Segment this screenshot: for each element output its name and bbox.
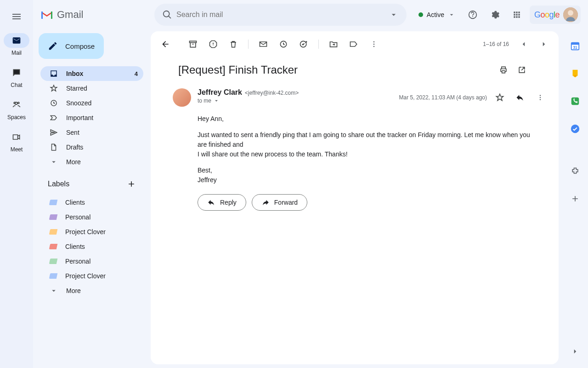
reply-button[interactable]: Reply — [198, 194, 246, 211]
keep-app-button[interactable] — [566, 64, 584, 83]
nav-item-snoozed[interactable]: Snoozed — [40, 96, 143, 110]
pagination-text: 1–16 of 16 — [483, 41, 509, 47]
label-item[interactable]: Personal — [40, 254, 143, 269]
help-icon — [468, 10, 478, 20]
chevron-left-icon — [520, 40, 528, 48]
send-icon — [50, 128, 58, 137]
more-actions-button[interactable] — [365, 35, 383, 53]
label-text: Project Clover — [65, 228, 106, 236]
search-input[interactable] — [176, 11, 384, 19]
file-icon — [50, 143, 58, 151]
clock-icon — [279, 40, 288, 49]
gmail-logo[interactable]: Gmail — [40, 9, 147, 21]
addons-button[interactable] — [566, 162, 584, 180]
rail-item-mail[interactable]: Mail — [0, 29, 33, 60]
status-label: Active — [427, 11, 444, 18]
account-chip[interactable]: Google — [530, 6, 581, 24]
labels-button[interactable] — [345, 35, 363, 53]
rail-item-meet[interactable]: Meet — [0, 126, 33, 156]
label-text: Personal — [65, 258, 90, 265]
more-vert-icon — [536, 93, 544, 102]
search-options-icon[interactable] — [384, 10, 403, 19]
svg-point-8 — [373, 46, 375, 47]
rail-item-spaces[interactable]: Spaces — [0, 94, 33, 124]
message-more-button[interactable] — [533, 90, 548, 105]
search-icon[interactable] — [158, 10, 176, 20]
nav-label: Snoozed — [66, 99, 91, 107]
label-item[interactable]: Clients — [40, 239, 143, 254]
support-button[interactable] — [464, 6, 482, 24]
print-button[interactable] — [494, 61, 513, 79]
svg-point-9 — [540, 95, 541, 96]
forward-button[interactable]: Forward — [252, 194, 307, 211]
svg-rect-15 — [574, 75, 576, 77]
star-icon — [50, 84, 58, 92]
chevron-right-icon — [571, 347, 579, 356]
apps-button[interactable] — [508, 6, 526, 24]
nav-item-starred[interactable]: Starred — [40, 81, 143, 96]
add-label-button[interactable] — [124, 177, 139, 191]
message-toolbar: 1–16 of 16 — [151, 31, 559, 57]
get-addons-button[interactable] — [566, 190, 584, 208]
label-icon — [349, 40, 358, 49]
gear-icon — [490, 10, 500, 20]
settings-button[interactable] — [486, 6, 504, 24]
next-page-button[interactable] — [535, 35, 553, 53]
archive-button[interactable] — [184, 35, 202, 53]
status-dot-icon — [418, 12, 423, 17]
contacts-app-button[interactable] — [566, 92, 584, 110]
labels-more[interactable]: More — [40, 283, 143, 298]
rail-label-chat: Chat — [11, 82, 22, 88]
add-task-button[interactable] — [294, 35, 313, 53]
nav-item-drafts[interactable]: Drafts — [40, 140, 143, 155]
nav-item-sent[interactable]: Sent — [40, 125, 143, 140]
calendar-app-button[interactable]: 31 — [566, 37, 584, 55]
nav-item-inbox[interactable]: Inbox 4 — [40, 66, 143, 81]
mark-unread-button[interactable] — [254, 35, 272, 53]
nav-item-important[interactable]: Important — [40, 110, 143, 125]
label-item[interactable]: Project Clover — [40, 224, 143, 239]
svg-text:31: 31 — [573, 46, 577, 50]
compose-button[interactable]: Compose — [39, 33, 104, 59]
reply-icon-button[interactable] — [513, 90, 527, 105]
add-task-icon — [299, 40, 308, 49]
clock-icon — [50, 99, 58, 107]
label-item[interactable]: Project Clover — [40, 269, 143, 283]
sidebar: Compose Inbox 4 Starred Snoozed Im — [33, 29, 151, 368]
back-button[interactable] — [156, 35, 175, 53]
recipient-dropdown[interactable]: to me — [198, 98, 393, 104]
header: Gmail Active Google — [33, 0, 588, 29]
spaces-icon — [12, 100, 21, 109]
prev-page-button[interactable] — [514, 35, 533, 53]
spam-button[interactable] — [204, 35, 222, 53]
rail-item-chat[interactable]: Chat — [0, 62, 33, 92]
expand-panel-button[interactable] — [566, 342, 584, 361]
print-icon — [499, 65, 508, 75]
trash-icon — [229, 40, 238, 49]
delete-button[interactable] — [224, 35, 243, 53]
rail-label-spaces: Spaces — [7, 114, 26, 121]
open-new-window-button[interactable] — [513, 61, 531, 79]
label-text: Personal — [65, 213, 90, 221]
keep-icon — [570, 69, 580, 79]
inbox-icon — [50, 69, 58, 78]
tasks-app-button[interactable] — [566, 120, 584, 138]
svg-rect-13 — [571, 43, 579, 45]
nav-label: More — [66, 287, 81, 294]
nav-item-more[interactable]: More — [40, 155, 143, 169]
email-subject: [Request] Finish Tracker — [178, 63, 494, 76]
more-vert-icon — [369, 40, 379, 49]
label-item[interactable]: Personal — [40, 210, 143, 224]
app-rail: Mail Chat Spaces Meet — [0, 0, 33, 368]
snooze-button[interactable] — [274, 35, 293, 53]
move-to-button[interactable] — [324, 35, 343, 53]
main-menu-button[interactable] — [6, 6, 28, 28]
message-panel: 1–16 of 16 [Request] Finish Tracker Jeff… — [151, 31, 559, 364]
status-chip[interactable]: Active — [414, 6, 460, 23]
star-message-button[interactable] — [492, 90, 507, 105]
label-item[interactable]: Clients — [40, 195, 143, 210]
nav-label: Starred — [66, 85, 87, 92]
meet-icon — [12, 132, 21, 142]
avatar — [563, 7, 578, 22]
search-bar[interactable] — [154, 4, 407, 26]
